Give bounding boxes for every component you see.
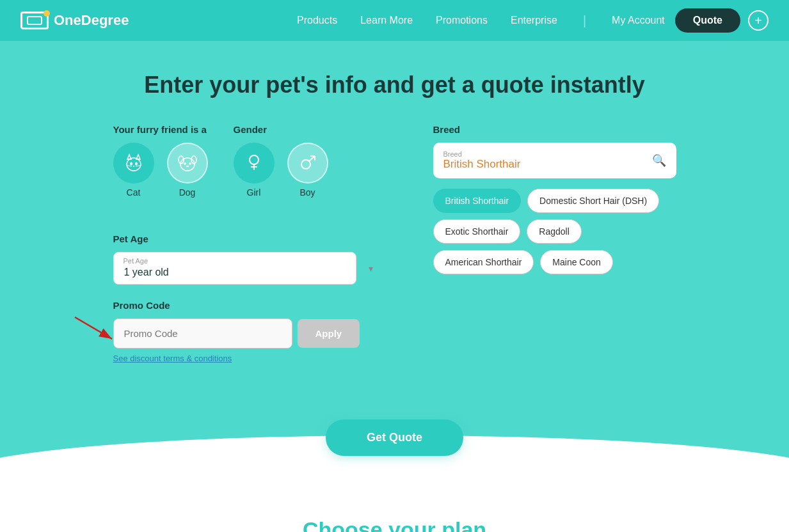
dropdown-arrow-icon: ▾ [369,263,373,274]
gender-label: Gender [234,124,328,135]
get-quote-button[interactable]: Get Quote [326,419,463,456]
nav-links: Products Learn More Promotions Enterpris… [297,13,665,28]
svg-rect-0 [28,17,42,24]
choose-plan-section: Choose your plan Monthly Premium Annual … [0,487,789,532]
nav-products[interactable]: Products [297,15,337,26]
top-selectors: Your furry friend is a [113,124,382,215]
svg-line-24 [75,317,112,339]
discount-terms-link[interactable]: See discount terms & conditions [113,354,382,363]
breed-chip-maine-coon[interactable]: Maine Coon [540,250,613,274]
promo-section: Promo Code Apply See discount term [113,300,382,363]
svg-point-16 [250,155,259,164]
nav-my-account[interactable]: My Account [612,15,665,26]
svg-point-6 [135,162,138,166]
girl-icon [234,143,275,184]
svg-point-13 [184,162,186,165]
breed-label: Breed [433,124,676,135]
svg-point-15 [186,166,189,167]
pet-age-dropdown-wrapper: Pet Age 1 year old 2 years old 3 years o… [113,252,382,285]
girl-label: Girl [247,187,261,198]
nav-enterprise[interactable]: Enterprise [511,15,557,26]
breed-chip-american-shorthair[interactable]: American Shorthair [433,250,534,274]
quote-button[interactable]: Quote [675,8,740,33]
right-column: Breed Breed British Shorthair 🔍 British … [433,124,676,368]
gender-section: Gender Girl [234,124,328,215]
svg-point-5 [130,162,132,166]
svg-point-19 [301,160,310,169]
arrow-annotation [68,312,120,350]
breed-chips: British Shorthair Domestic Short Hair (D… [433,189,676,274]
breed-chip-domestic-short-hair[interactable]: Domestic Short Hair (DSH) [527,189,659,213]
logo-icon [20,12,49,29]
logo[interactable]: OneDegree [20,12,129,29]
promo-row: Apply [113,318,382,348]
breed-search-value: British Shorthair [443,158,652,171]
form-area: Your furry friend is a [75,124,715,368]
nav-learn-more[interactable]: Learn More [360,15,413,26]
dog-icon [167,143,208,184]
gender-boy[interactable]: Boy [287,143,328,198]
gender-girl[interactable]: Girl [234,143,275,198]
svg-point-14 [189,162,191,165]
breed-field-label: Breed [443,150,652,158]
breed-search-inner: Breed British Shorthair [443,150,652,171]
pet-type-label: Your furry friend is a [113,124,208,135]
plus-icon-button[interactable]: + [748,10,769,31]
hero-section: Enter your pet's info and get a quote in… [0,41,789,487]
pet-option-cat[interactable]: Cat [113,143,154,198]
dog-label: Dog [179,187,196,198]
svg-line-20 [309,156,315,161]
logo-text: OneDegree [54,12,129,29]
pet-age-select[interactable]: 1 year old 2 years old 3 years old 4 yea… [113,252,356,285]
nav-promotions[interactable]: Promotions [436,15,488,26]
pet-option-dog[interactable]: Dog [167,143,208,198]
boy-label: Boy [299,187,315,198]
boy-icon [287,143,328,184]
navbar: OneDegree Products Learn More Promotions… [0,0,789,41]
pet-age-section: Pet Age Pet Age 1 year old 2 years old 3… [113,233,382,285]
breed-chip-ragdoll[interactable]: Ragdoll [527,219,581,244]
get-quote-wrap: Get Quote [13,368,776,487]
pet-type-row: Cat [113,143,208,198]
choose-plan-title: Choose your plan [13,517,776,532]
svg-point-7 [132,166,134,167]
left-column: Your furry friend is a [113,124,382,368]
svg-point-10 [180,158,195,171]
promo-label: Promo Code [113,300,382,311]
pet-type-section: Your furry friend is a [113,124,208,215]
hero-title: Enter your pet's info and get a quote in… [13,72,776,98]
gender-row: Girl Boy [234,143,328,198]
cat-label: Cat [127,187,141,198]
search-icon: 🔍 [652,153,666,168]
promo-input[interactable] [113,318,292,348]
cat-icon [113,143,154,184]
breed-chip-exotic-shorthair[interactable]: Exotic Shorthair [433,219,521,244]
nav-divider: | [583,13,586,28]
pet-age-label: Pet Age [113,233,382,244]
breed-search-box[interactable]: Breed British Shorthair 🔍 [433,143,676,178]
logo-dot [44,10,50,17]
breed-chip-british-shorthair[interactable]: British Shorthair [433,189,522,213]
apply-button[interactable]: Apply [298,319,360,348]
